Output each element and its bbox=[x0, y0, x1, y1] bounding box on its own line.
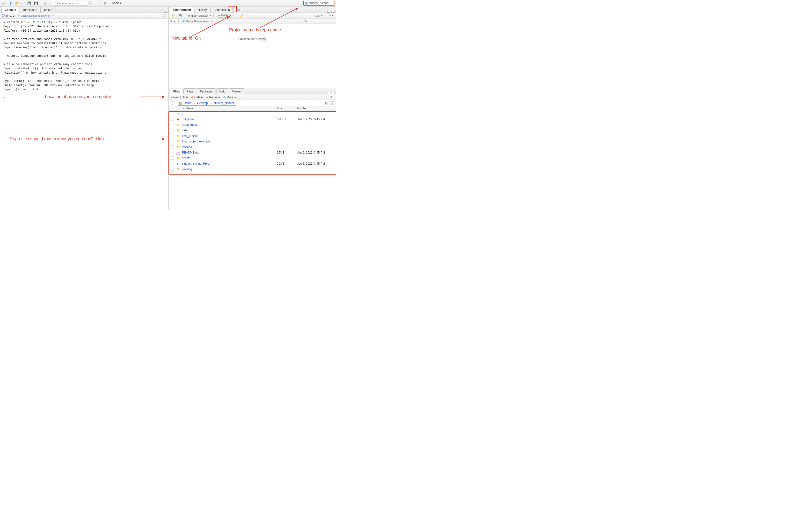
sort-asc-icon[interactable]: ▲ bbox=[183, 107, 185, 110]
breadcrumb-home[interactable]: Home bbox=[184, 101, 191, 105]
memory-usage-pill[interactable]: 95 MiB bbox=[216, 14, 234, 18]
env-search-input[interactable] bbox=[303, 19, 334, 23]
console-pane-tabs: Console Terminal× Jobs× bbox=[0, 6, 168, 13]
new-file-icon[interactable]: ● bbox=[1, 1, 7, 6]
select-all-checkbox[interactable] bbox=[170, 101, 174, 105]
refresh-icon[interactable]: ⟳ bbox=[328, 13, 334, 18]
new-folder-button[interactable]: ●New Folder bbox=[170, 96, 188, 99]
console-prompt: > bbox=[3, 96, 5, 100]
files-toolbar: ●New Folder ⊘Delete ➜Rename ⚙More ⟳ bbox=[169, 95, 336, 100]
close-icon[interactable]: × bbox=[35, 8, 37, 11]
tab-console[interactable]: Console bbox=[1, 7, 19, 13]
more-menu[interactable]: ⚙More bbox=[223, 96, 236, 99]
tab-terminal[interactable]: Terminal× bbox=[19, 7, 40, 12]
pane-minimize-icon[interactable] bbox=[327, 92, 330, 94]
r-logo-icon: ⓡ bbox=[2, 14, 5, 17]
scope-selector[interactable]: 🧊Global Environment bbox=[182, 19, 212, 23]
section-icon[interactable]: ≡ bbox=[93, 1, 99, 6]
close-icon[interactable]: × bbox=[51, 8, 53, 11]
refresh-files-icon[interactable]: ⟳ bbox=[329, 95, 334, 100]
pane-maximize-icon[interactable] bbox=[332, 92, 335, 94]
console-secbar: ⓡ R 4.1.2 · ~/Desktop/student_skinner/ ⇗… bbox=[0, 13, 168, 18]
tab-jobs[interactable]: Jobs× bbox=[40, 7, 56, 12]
tab-history[interactable]: History bbox=[195, 7, 210, 12]
new-project-icon[interactable]: ◧ bbox=[8, 1, 13, 6]
tab-files[interactable]: Files bbox=[170, 89, 183, 95]
tab-environment[interactable]: Environment bbox=[170, 7, 194, 13]
env-empty-message: Environment is empty bbox=[238, 38, 266, 41]
breadcrumb-desktop[interactable]: Desktop bbox=[197, 101, 208, 105]
save-workspace-icon[interactable]: 💾 bbox=[177, 13, 183, 18]
console-working-dir[interactable]: ~/Desktop/student_skinner/ bbox=[18, 14, 51, 17]
files-breadcrumb-row: 🏠 Home Desktop student_skinner ◧ … bbox=[169, 100, 336, 106]
file-list: ⬆..◆.gitignore1.8 KBJan 6, 2022, 3:45 PM… bbox=[169, 111, 336, 210]
pane-maximize-icon[interactable] bbox=[332, 10, 335, 12]
home-icon[interactable]: 🏠 bbox=[179, 101, 182, 105]
goto-file-function-input[interactable]: ↗ Go to file/function bbox=[52, 1, 89, 6]
rproj-badge-icon[interactable]: ◧ bbox=[325, 101, 328, 105]
more-path-button[interactable]: … bbox=[329, 101, 334, 105]
breadcrumb-repo[interactable]: student_skinner bbox=[214, 101, 234, 105]
language-selector[interactable]: R bbox=[170, 20, 175, 23]
load-workspace-icon[interactable]: 📂 bbox=[170, 13, 176, 18]
grid-icon[interactable]: ⊞ bbox=[103, 1, 109, 6]
env-pane-tabs: Environment History Connections Git bbox=[169, 6, 336, 13]
annotation-highlight-files bbox=[168, 111, 336, 175]
clear-env-icon[interactable]: 🧹 bbox=[239, 13, 244, 18]
console-output[interactable]: R version 4.1.2 (2021-11-01) -- "Bird Hi… bbox=[0, 18, 168, 210]
rename-button[interactable]: ➜Rename bbox=[206, 96, 220, 99]
tab-help[interactable]: Help bbox=[216, 89, 229, 94]
r-version-label: R 4.1.2 bbox=[6, 14, 14, 17]
pane-minimize-icon[interactable] bbox=[327, 10, 330, 12]
files-pane-tabs: Files Plots Packages Help Viewer bbox=[169, 88, 336, 95]
tab-viewer[interactable]: Viewer bbox=[229, 89, 244, 94]
goto-arrow-icon: ↗ bbox=[54, 2, 56, 5]
print-icon[interactable]: 🖨 bbox=[43, 1, 48, 6]
tab-packages[interactable]: Packages bbox=[197, 89, 216, 94]
save-icon[interactable]: 💾 bbox=[27, 1, 32, 6]
delete-button[interactable]: ⊘Delete bbox=[191, 96, 203, 99]
clear-console-icon[interactable]: 🧹 bbox=[163, 14, 166, 17]
files-column-headers: ▲Name Size Modified bbox=[169, 106, 336, 111]
breadcrumb: 🏠 Home Desktop student_skinner bbox=[177, 101, 236, 106]
save-all-icon[interactable]: 💾 bbox=[33, 1, 39, 6]
rproj-icon: ◧ bbox=[305, 1, 308, 5]
cube-icon: 🧊 bbox=[182, 19, 185, 23]
annotation-highlight-git bbox=[227, 6, 237, 12]
main-toolbar: ● ◧ 📂 💾 💾 🖨 ↗ Go to file/function ≡ ⊞ Ad… bbox=[0, 0, 336, 6]
tab-plots[interactable]: Plots bbox=[184, 89, 196, 94]
project-switcher[interactable]: ◧ student_skinner bbox=[303, 1, 335, 6]
env-view-mode[interactable]: ≡ List bbox=[313, 14, 323, 17]
open-file-icon[interactable]: 📂 bbox=[14, 1, 22, 6]
env-toolbar: 📂 💾 ⊞Import Dataset 95 MiB 🧹 ≡ List ⟳ bbox=[169, 13, 336, 18]
window-icon[interactable] bbox=[164, 10, 167, 12]
addins-menu[interactable]: Addins bbox=[110, 1, 125, 5]
browse-dir-icon[interactable]: ⇗ bbox=[52, 14, 54, 17]
import-dataset-menu[interactable]: ⊞Import Dataset bbox=[188, 14, 211, 17]
